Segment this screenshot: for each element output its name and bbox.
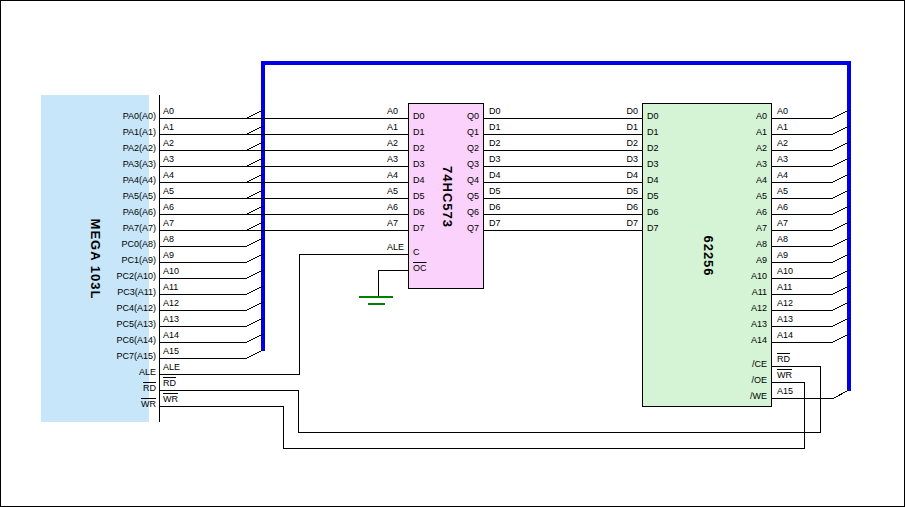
latch-pin-label: Q6 <box>409 207 479 217</box>
latch-pin-label: Q5 <box>409 191 479 201</box>
net-label: A3 <box>387 154 398 164</box>
net-label: D2 <box>489 138 501 148</box>
sram-pin-label: D1 <box>647 127 659 137</box>
net-label: D4 <box>568 170 638 180</box>
mega-pin-label: PC1(A9) <box>86 255 156 265</box>
sram-pin-label: A9 <box>697 255 767 265</box>
net-label: A15 <box>163 346 179 356</box>
net-label: WR <box>777 370 792 380</box>
net-label: A1 <box>387 122 398 132</box>
schematic-canvas: MEGA 103L 74HC573 62256 PA0(A0)PA1(A1)PA… <box>0 0 905 507</box>
sram-pin-label: A12 <box>697 303 767 313</box>
net-label: A13 <box>777 314 793 324</box>
net-label: A8 <box>163 234 174 244</box>
sram-pin-label: A7 <box>697 223 767 233</box>
wire <box>247 238 263 246</box>
net-label: A0 <box>163 106 174 116</box>
wire <box>833 318 849 326</box>
sram-pin-label: /OE <box>697 375 767 385</box>
wire <box>833 302 849 310</box>
mega-pin-label: PA1(A1) <box>86 127 156 137</box>
net-label: D1 <box>489 122 501 132</box>
sram-pin-label: A6 <box>697 207 767 217</box>
sram-pin-label: /WE <box>697 391 767 401</box>
mega-pin-label: PC2(A10) <box>86 271 156 281</box>
wire <box>833 270 849 278</box>
wire <box>833 158 849 166</box>
wire <box>833 142 849 150</box>
net-label: D6 <box>568 202 638 212</box>
net-label: A6 <box>777 202 788 212</box>
wire <box>247 190 263 198</box>
net-label: D2 <box>568 138 638 148</box>
net-label: A4 <box>163 170 174 180</box>
wire <box>247 206 263 214</box>
wire <box>159 254 408 374</box>
sram-pin-label: A10 <box>697 271 767 281</box>
wire <box>833 238 849 246</box>
net-label: A14 <box>777 330 793 340</box>
sram-pin-label: A14 <box>697 335 767 345</box>
net-label: A1 <box>777 122 788 132</box>
net-label: ALE <box>163 362 180 372</box>
net-label: A3 <box>163 154 174 164</box>
net-label: A6 <box>387 202 398 212</box>
net-label: A5 <box>163 186 174 196</box>
net-label: A7 <box>387 218 398 228</box>
mega-pin-label: PA7(A7) <box>86 223 156 233</box>
net-label: D3 <box>489 154 501 164</box>
net-label: A0 <box>387 106 398 116</box>
net-label: A3 <box>777 154 788 164</box>
wire <box>247 334 263 342</box>
wire <box>833 334 849 342</box>
mega-pin-label: WR <box>86 399 156 409</box>
sram-pin-label: D6 <box>647 207 659 217</box>
net-label: RD <box>777 354 790 364</box>
latch-pin-label: Q1 <box>409 127 479 137</box>
sram-pin-label: D0 <box>647 111 659 121</box>
net-label: A8 <box>777 234 788 244</box>
net-label: D0 <box>489 106 501 116</box>
wire <box>247 110 263 118</box>
latch-pin-label: OC <box>413 263 427 273</box>
wire <box>247 126 263 134</box>
latch-pin-label: Q7 <box>409 223 479 233</box>
wire <box>247 350 263 358</box>
mega-pin-label: PA6(A6) <box>86 207 156 217</box>
mega-pin-label: PA3(A3) <box>86 159 156 169</box>
net-label: A5 <box>777 186 788 196</box>
wire <box>247 302 263 310</box>
sram-pin-label: /CE <box>697 359 767 369</box>
wire <box>247 254 263 262</box>
net-label: A11 <box>163 282 178 292</box>
net-label: A10 <box>777 266 793 276</box>
mega-pin-label: PC3(A11) <box>86 287 156 297</box>
sram-pin-label: A2 <box>697 143 767 153</box>
wire <box>378 270 408 297</box>
net-label: A1 <box>163 122 174 132</box>
net-label: RD <box>163 378 176 388</box>
net-label: D1 <box>568 122 638 132</box>
net-label: A7 <box>777 218 788 228</box>
latch-pin-label: Q2 <box>409 143 479 153</box>
sram-pin-label: A4 <box>697 175 767 185</box>
net-label: A13 <box>163 314 179 324</box>
net-label: D0 <box>568 106 638 116</box>
mega-pin-label: RD <box>86 383 156 393</box>
net-label: A2 <box>777 138 788 148</box>
mega-pin-label: PC4(A12) <box>86 303 156 313</box>
wire <box>833 110 849 118</box>
net-label: D5 <box>489 186 501 196</box>
mega-pin-label: PA0(A0) <box>86 111 156 121</box>
net-label: A14 <box>163 330 179 340</box>
mega-pin-label: PA2(A2) <box>86 143 156 153</box>
net-label: A10 <box>163 266 179 276</box>
wire <box>834 390 849 398</box>
sram-pin-label: A0 <box>697 111 767 121</box>
sram-pin-label: D2 <box>647 143 659 153</box>
net-label: A6 <box>163 202 174 212</box>
latch-pin-label: Q3 <box>409 159 479 169</box>
sram-pin-label: A13 <box>697 319 767 329</box>
wire <box>833 126 849 134</box>
net-label: D5 <box>568 186 638 196</box>
